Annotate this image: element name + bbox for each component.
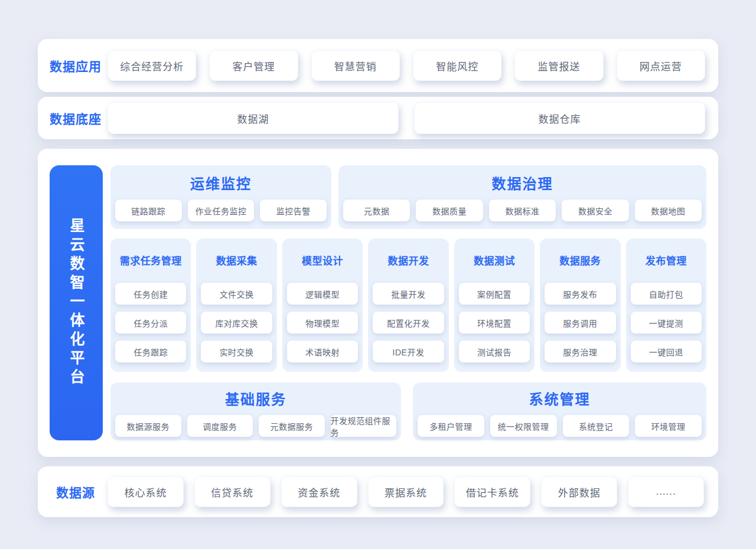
column-data-development: 数据开发 批量开发 配置化开发 IDE开发: [368, 238, 448, 372]
item-realtime-exchange: 实时交换: [201, 341, 272, 362]
item-self-package: 自助打包: [631, 283, 702, 305]
base-item-data-warehouse: 数据仓库: [414, 102, 705, 134]
item-one-click-submit-test: 一键提测: [631, 312, 702, 334]
section-title-basic-services: 基础服务: [110, 388, 401, 409]
item-term-mapping: 术语映射: [287, 341, 358, 362]
platform-content: 运维监控 链路跟踪 作业任务监控 监控告警 数据治理 元数据 数据质量 数据标准…: [110, 165, 706, 440]
section-data-governance: 数据治理 元数据 数据质量 数据标准 数据安全 数据地图: [338, 165, 706, 229]
monitor-governance-row: 运维监控 链路跟踪 作业任务监控 监控告警 数据治理 元数据 数据质量 数据标准…: [110, 165, 706, 229]
item-service-invoke: 服务调用: [545, 312, 615, 334]
data-application-items: 综合经营分析 客户管理 智慧营销 智能风控 监管报送 网点运营: [107, 50, 708, 81]
item-metadata-service: 元数据服务: [259, 415, 325, 437]
column-data-testing: 数据测试 案例配置 环境配置 测试报告: [454, 238, 535, 372]
app-item-customer-management: 客户管理: [209, 50, 298, 81]
item-case-config: 案例配置: [459, 283, 530, 305]
column-title-data-testing: 数据测试: [459, 253, 530, 267]
source-item-ellipsis: ......: [628, 476, 704, 507]
source-item-bill-system: 票据系统: [368, 476, 444, 507]
app-item-smart-marketing: 智慧营销: [311, 50, 400, 81]
system-management-items: 多租户管理 统一权限管理 系统登记 环境管理: [413, 415, 706, 437]
section-ops-monitoring: 运维监控 链路跟踪 作业任务监控 监控告警: [110, 165, 331, 229]
base-item-data-lake: 数据湖: [107, 102, 399, 134]
basic-system-row: 基础服务 数据源服务 调度服务 元数据服务 开发规范组件服务 系统管理 多租户管…: [110, 383, 706, 440]
item-ide-development: IDE开发: [373, 341, 444, 362]
item-link-tracing: 链路跟踪: [115, 200, 182, 221]
ops-monitoring-items: 链路跟踪 作业任务监控 监控告警: [110, 200, 331, 221]
data-base-label: 数据底座: [44, 109, 107, 127]
column-title-model-design: 模型设计: [287, 253, 358, 267]
data-governance-items: 元数据 数据质量 数据标准 数据安全 数据地图: [338, 200, 706, 221]
platform-panel: 星云数智一体化平台 运维监控 链路跟踪 作业任务监控 监控告警 数据治理 元数据…: [38, 149, 718, 457]
app-item-regulatory-reporting: 监管报送: [514, 50, 603, 81]
data-base-items: 数据湖 数据仓库: [107, 102, 708, 134]
section-title-ops-monitoring: 运维监控: [110, 172, 331, 193]
item-monitoring-alert: 监控告警: [260, 200, 327, 221]
item-physical-model: 物理模型: [287, 312, 358, 334]
item-batch-development: 批量开发: [373, 283, 444, 305]
source-item-core-system: 核心系统: [107, 476, 184, 507]
column-title-data-collection: 数据采集: [201, 253, 272, 267]
column-title-release-management: 发布管理: [631, 253, 702, 267]
section-title-system-management: 系统管理: [413, 388, 706, 409]
source-item-external-data: 外部数据: [541, 476, 617, 507]
capability-columns-row: 需求任务管理 任务创建 任务分派 任务跟踪 数据采集 文件交换 库对库交换 实时…: [110, 238, 706, 372]
item-datasource-service: 数据源服务: [115, 415, 181, 437]
data-base-panel: 数据底座 数据湖 数据仓库: [38, 97, 718, 139]
item-dev-spec-component-service: 开发规范组件服务: [331, 415, 397, 437]
data-application-label: 数据应用: [44, 57, 107, 74]
item-environment-management: 环境管理: [635, 415, 702, 437]
column-data-service: 数据服务 服务发布 服务调用 服务治理: [540, 238, 620, 372]
app-item-risk-control: 智能风控: [413, 50, 501, 81]
item-data-standard: 数据标准: [489, 200, 556, 221]
item-env-config: 环境配置: [459, 312, 530, 334]
app-item-branch-operation: 网点运营: [617, 50, 705, 81]
column-title-task-management: 需求任务管理: [115, 253, 186, 267]
item-multi-tenant-management: 多租户管理: [418, 415, 484, 437]
item-data-map: 数据地图: [635, 200, 702, 221]
section-title-data-governance: 数据治理: [338, 172, 706, 193]
data-source-panel: 数据源 核心系统 信贷系统 资金系统 票据系统 借记卡系统 外部数据 .....…: [38, 466, 718, 517]
source-item-treasury-system: 资金系统: [281, 476, 357, 507]
item-db-to-db-exchange: 库对库交换: [201, 312, 272, 334]
item-logical-model: 逻辑模型: [287, 283, 358, 305]
column-data-collection: 数据采集 文件交换 库对库交换 实时交换: [196, 238, 276, 372]
item-metadata: 元数据: [343, 200, 410, 221]
item-job-task-monitoring: 作业任务监控: [188, 200, 255, 221]
column-title-data-service: 数据服务: [545, 253, 615, 267]
platform-architecture-diagram: 数据应用 综合经营分析 客户管理 智慧营销 智能风控 监管报送 网点运营 数据底…: [0, 0, 756, 549]
item-file-exchange: 文件交换: [201, 283, 272, 305]
item-scheduling-service: 调度服务: [187, 415, 253, 437]
item-data-security: 数据安全: [562, 200, 628, 221]
column-release-management: 发布管理 自助打包 一键提测 一键回退: [626, 238, 706, 372]
item-test-report: 测试报告: [459, 341, 530, 362]
source-item-credit-system: 信贷系统: [194, 476, 271, 507]
item-data-quality: 数据质量: [416, 200, 483, 221]
item-task-assign: 任务分派: [115, 312, 186, 334]
item-service-publish: 服务发布: [545, 283, 615, 305]
data-source-items: 核心系统 信贷系统 资金系统 票据系统 借记卡系统 外部数据 ......: [107, 476, 706, 507]
item-system-registration: 系统登记: [563, 415, 630, 437]
item-one-click-rollback: 一键回退: [631, 341, 702, 362]
item-unified-permission-management: 统一权限管理: [490, 415, 557, 437]
platform-title-bar: 星云数智一体化平台: [50, 165, 103, 440]
column-title-data-development: 数据开发: [373, 253, 444, 267]
item-configurable-development: 配置化开发: [373, 312, 444, 334]
basic-services-items: 数据源服务 调度服务 元数据服务 开发规范组件服务: [110, 415, 401, 437]
item-task-track: 任务跟踪: [115, 341, 186, 362]
column-task-management: 需求任务管理 任务创建 任务分派 任务跟踪: [110, 238, 191, 372]
section-basic-services: 基础服务 数据源服务 调度服务 元数据服务 开发规范组件服务: [110, 383, 401, 440]
app-item-business-analysis: 综合经营分析: [107, 50, 196, 81]
section-system-management: 系统管理 多租户管理 统一权限管理 系统登记 环境管理: [413, 383, 706, 440]
source-item-debit-card-system: 借记卡系统: [454, 476, 530, 507]
data-source-label: 数据源: [44, 483, 107, 501]
data-application-panel: 数据应用 综合经营分析 客户管理 智慧营销 智能风控 监管报送 网点运营: [38, 39, 718, 92]
item-task-create: 任务创建: [115, 283, 186, 305]
item-service-governance: 服务治理: [545, 341, 615, 362]
platform-title: 星云数智一体化平台: [66, 218, 87, 388]
column-model-design: 模型设计 逻辑模型 物理模型 术语映射: [282, 238, 363, 372]
